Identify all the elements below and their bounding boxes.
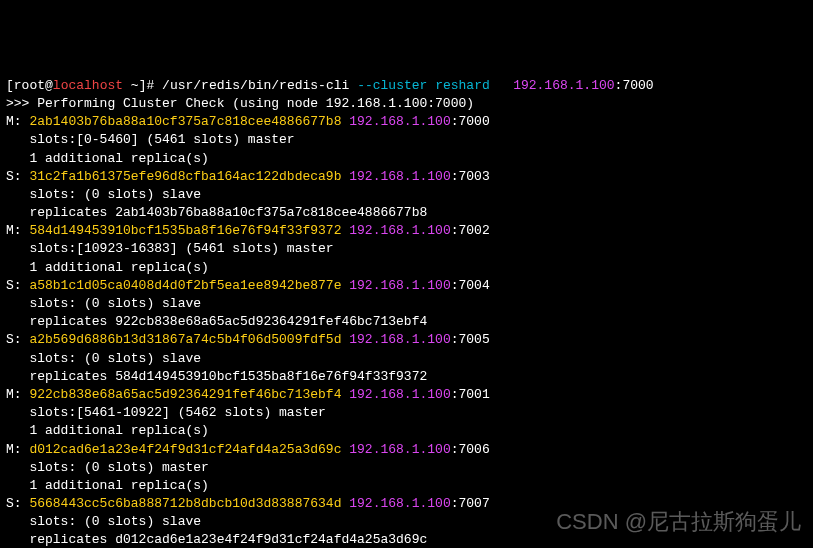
node-slots: slots:[5461-10922] (5462 slots) master [6,405,326,420]
node-slots: slots: (0 slots) master [6,460,209,475]
node-slots: slots: (0 slots) slave [6,351,201,366]
header-line: >>> Performing Cluster Check (using node… [6,96,474,111]
watermark: CSDN @尼古拉斯狗蛋儿 [556,507,801,538]
at: @ [45,78,53,93]
prompt-line: [root@localhost ~]# /usr/redis/bin/redis… [6,78,654,93]
node-slots: slots:[10923-16383] (5461 slots) master [6,241,334,256]
node-id: 2ab1403b76ba88a10cf375a7c818cee4886677b8 [29,114,349,129]
node-role: S: [6,278,29,293]
node-extra: 1 additional replica(s) [6,423,209,438]
node-port: :7004 [451,278,490,293]
cwd: ~ [123,78,139,93]
node-role: S: [6,496,29,511]
node-id: 31c2fa1b61375efe96d8cfba164ac122dbdeca9b [29,169,349,184]
node-extra: 1 additional replica(s) [6,260,209,275]
node-ip: 192.168.1.100 [349,387,450,402]
node-extra: 1 additional replica(s) [6,151,209,166]
node-extra: replicates 584d149453910bcf1535ba8f16e76… [6,369,427,384]
cmd-ip: 192.168.1.100 [513,78,614,93]
node-ip: 192.168.1.100 [349,442,450,457]
node-slots: slots: (0 slots) slave [6,187,201,202]
bracket-close: ]# [139,78,155,93]
node-id: a2b569d6886b13d31867a74c5b4f06d5009fdf5d [29,332,349,347]
terminal-output: [root@localhost ~]# /usr/redis/bin/redis… [6,77,807,548]
node-extra: replicates 922cb838e68a65ac5d92364291fef… [6,314,427,329]
node-port: :7006 [451,442,490,457]
cmd-flag: --cluster reshard [357,78,490,93]
node-role: M: [6,442,29,457]
cmd-bin: /usr/redis/bin/redis-cli [154,78,357,93]
node-id: 584d149453910bcf1535ba8f16e76f94f33f9372 [29,223,349,238]
node-port: :7003 [451,169,490,184]
node-ip: 192.168.1.100 [349,114,450,129]
hostname: localhost [53,78,123,93]
cmd-port: :7000 [615,78,654,93]
node-role: M: [6,223,29,238]
node-id: d012cad6e1a23e4f24f9d31cf24afd4a25a3d69c [29,442,349,457]
node-ip: 192.168.1.100 [349,278,450,293]
node-id: 5668443cc5c6ba888712b8dbcb10d3d83887634d [29,496,349,511]
node-ip: 192.168.1.100 [349,223,450,238]
node-extra: replicates d012cad6e1a23e4f24f9d31cf24af… [6,532,427,547]
node-ip: 192.168.1.100 [349,169,450,184]
node-ip: 192.168.1.100 [349,496,450,511]
bracket: [ [6,78,14,93]
node-id: a58b1c1d05ca0408d4d0f2bf5ea1ee8942be877e [29,278,349,293]
node-port: :7005 [451,332,490,347]
node-slots: slots: (0 slots) slave [6,514,201,529]
user: root [14,78,45,93]
cmd-space [490,78,513,93]
node-role: M: [6,387,29,402]
node-id: 922cb838e68a65ac5d92364291fef46bc713ebf4 [29,387,349,402]
node-extra: replicates 2ab1403b76ba88a10cf375a7c818c… [6,205,427,220]
node-port: :7001 [451,387,490,402]
node-port: :7002 [451,223,490,238]
node-role: M: [6,114,29,129]
node-ip: 192.168.1.100 [349,332,450,347]
node-slots: slots: (0 slots) slave [6,296,201,311]
node-port: :7000 [451,114,490,129]
node-port: :7007 [451,496,490,511]
node-slots: slots:[0-5460] (5461 slots) master [6,132,295,147]
node-extra: 1 additional replica(s) [6,478,209,493]
node-role: S: [6,332,29,347]
node-role: S: [6,169,29,184]
